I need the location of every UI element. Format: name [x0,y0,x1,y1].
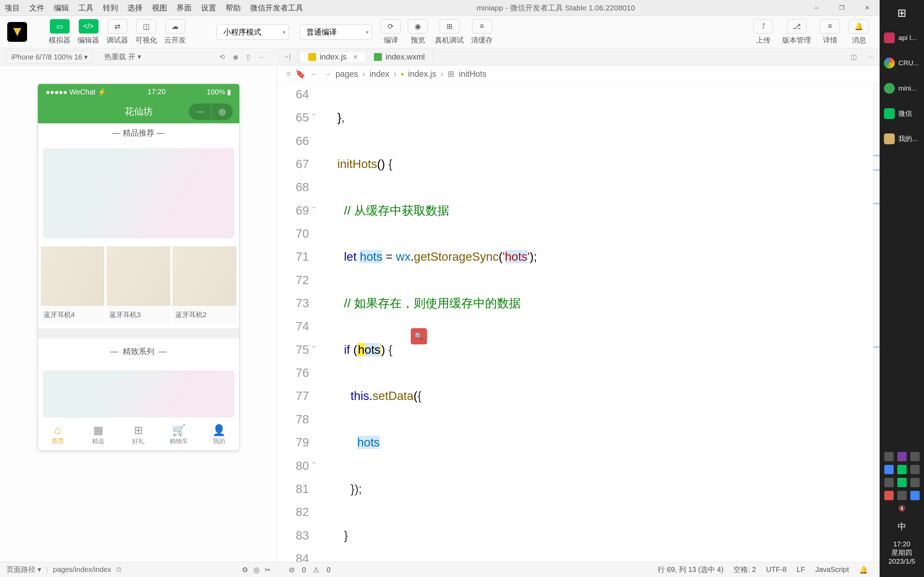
editor-tab-bar: →| index.js × index.wxml ◫ ⋯ [277,48,880,66]
debugger-button[interactable]: ⇄调试器 [103,19,132,45]
compile-button[interactable]: ⟳编译 [377,19,404,45]
errors-count[interactable]: ⊘ 0 ⚠ 0 [289,566,336,574]
system-tray[interactable]: 🔇 [880,445,924,517]
task-wechat[interactable]: 微信 [880,101,924,126]
menu-edit[interactable]: 编辑 [49,3,74,13]
hotreload-toggle[interactable]: 热重载 开 ▾ [99,50,146,63]
tabbar-home[interactable]: ⌂首页 [38,418,78,450]
window-title: miniapp - 微信开发者工具 Stable 1.06.2208010 [308,3,804,13]
section-title-fine: — 精致系列 — [38,338,239,365]
menu-file[interactable]: 文件 [24,3,49,13]
more-icon[interactable]: ⋯ [258,53,265,61]
detail-button[interactable]: ≡详情 [816,19,843,45]
menu-devtools[interactable]: 微信开发者工具 [246,3,308,13]
line-gutter: 64 65⌄ 66 67 68 69⌄ 70 71 72 73 74 75⌄ 7… [277,83,317,562]
more-editor-icon[interactable]: ⋯ [862,53,880,61]
menu-bar: 项目 文件 编辑 工具 转到 选择 视图 界面 设置 帮助 微信开发者工具 [0,3,308,13]
tabbar-featured[interactable]: ▦精选 [78,418,118,450]
cursor-position[interactable]: 行 69, 列 13 (选中 4) [657,565,723,574]
stop-icon[interactable]: ◉ [233,53,239,61]
phone-status-bar: ●●●●● WeChat ⚡ 17:20 100% ▮ [38,84,239,100]
language-info[interactable]: JavaScript [815,566,849,574]
version-button[interactable]: ⎇版本管理 [779,19,815,45]
phone-tabbar: ⌂首页 ▦精选 ⊞好礼 🛒购物车 👤我的 [38,417,239,450]
simulator-status: 页面路径 ▾ | pages/index/index ⧉ ⚙ ◎ ✂ [0,562,277,577]
clock[interactable]: 17:20 星期四 2023/1/5 [880,536,924,570]
js-file-icon [308,53,316,61]
task-mini[interactable]: mini... [880,76,924,101]
capsule-close-icon[interactable]: ◎ [212,103,233,120]
menu-goto[interactable]: 转到 [98,3,123,13]
tabbar-mine[interactable]: 👤我的 [199,418,239,450]
titlebar: 项目 文件 编辑 工具 转到 选择 视图 界面 设置 帮助 微信开发者工具 mi… [0,0,880,16]
tab-index-wxml[interactable]: index.wxml [366,52,433,62]
refresh-icon[interactable]: ⟲ [220,53,225,61]
message-button[interactable]: 🔔消息 [845,19,872,45]
toolbar: ▭模拟器 </>编辑器 ⇄调试器 ◫可视化 ☁云开发 小程序模式 普通编译 ⟳编… [0,16,880,48]
menu-ui[interactable]: 界面 [172,3,196,13]
eol-info[interactable]: LF [796,566,805,574]
clear-cache-button[interactable]: ≡清缓存 [467,19,496,45]
device-bar: iPhone 6/7/8 100% 16 ▾ 热重载 开 ▾ ⟲ ◉ ▯ ⋯ [0,48,277,66]
editor-status: ⊘ 0 ⚠ 0 行 69, 列 13 (选中 4) 空格: 2 UTF-8 LF… [277,562,880,577]
wxml-file-icon [374,53,382,61]
phone-frame: ●●●●● WeChat ⚡ 17:20 100% ▮ 花仙坊 ⋯ ◎ — 精品… [37,84,240,451]
encoding-info[interactable]: UTF-8 [766,566,787,574]
page-path: pages/index/index [53,566,111,574]
menu-tool[interactable]: 工具 [74,3,98,13]
ime-indicator[interactable]: 中 [880,517,924,536]
tabbar-cart[interactable]: 🛒购物车 [158,418,199,450]
menu-settings[interactable]: 设置 [196,3,221,13]
tab-index-js[interactable]: index.js × [300,52,366,62]
indent-info[interactable]: 空格: 2 [733,565,756,574]
collapse-icon[interactable]: →| [277,53,296,61]
compile-dropdown[interactable]: 普通编译 [300,24,372,40]
maximize-button[interactable]: ❐ [829,0,855,16]
minimap[interactable] [873,83,880,562]
hero-image-2[interactable] [43,371,234,417]
hero-image[interactable] [43,148,234,239]
close-button[interactable]: ✕ [855,0,880,16]
remote-debug-button[interactable]: ⊞真机调试 [431,19,467,45]
scene-icon[interactable]: ◎ [254,566,260,574]
menu-help[interactable]: 帮助 [221,3,246,13]
product-card[interactable]: 蓝牙耳机3 [107,246,170,324]
tabbar-gift[interactable]: ⊞好礼 [118,418,159,450]
code-editor[interactable]: 64 65⌄ 66 67 68 69⌄ 70 71 72 73 74 75⌄ 7… [277,83,880,562]
section-title-featured: — 精品推荐 — [38,123,239,143]
split-editor-icon[interactable]: ◫ [845,53,862,61]
close-tab-icon[interactable]: × [353,52,358,62]
code-content[interactable]: }, initHots() { // 从缓存中获取数据 let hots = w… [317,83,873,562]
mode-dropdown[interactable]: 小程序模式 [216,24,289,40]
product-card[interactable]: 蓝牙耳机2 [173,246,236,324]
task-folder[interactable]: 我的... [880,126,924,152]
preview-button[interactable]: ◉预览 [404,19,431,45]
windows-taskbar: ⊞ api l... CRU... mini... 微信 我的... 🔇 中 1… [880,0,924,577]
simulator-button[interactable]: ▭模拟器 [45,19,74,45]
device-selector[interactable]: iPhone 6/7/8 100% 16 ▾ [5,50,94,63]
minimize-button[interactable]: ─ [804,0,829,16]
phone-nav-bar: 花仙坊 ⋯ ◎ [38,100,239,123]
upload-button[interactable]: ⤴上传 [750,19,777,45]
menu-view[interactable]: 视图 [147,3,172,13]
capsule-menu-icon[interactable]: ⋯ [189,103,212,120]
page-path-label[interactable]: 页面路径 ▾ [6,565,41,574]
search-icon[interactable]: 🔍 [411,328,427,344]
simulator-pane: ●●●●● WeChat ⚡ 17:20 100% ▮ 花仙坊 ⋯ ◎ — 精品… [0,66,277,562]
cut-icon[interactable]: ✂ [265,566,271,574]
menu-select[interactable]: 选择 [123,3,147,13]
menu-project[interactable]: 项目 [0,3,24,13]
product-card[interactable]: 蓝牙耳机4 [41,246,105,324]
device-icon[interactable]: ▯ [247,53,250,61]
visualize-button[interactable]: ◫可视化 [132,19,161,45]
task-api[interactable]: api l... [880,25,924,50]
start-button[interactable]: ⊞ [880,0,924,25]
cog-icon[interactable]: ⚙ [242,566,248,574]
bell-icon[interactable]: 🔔 [859,566,868,574]
copy-icon[interactable]: ⧉ [116,566,121,574]
cloud-button[interactable]: ☁云开发 [161,19,189,45]
breadcrumb[interactable]: ≡ 🔖 ← → pages› index› ▪index.js› ⊞initHo… [277,66,880,83]
editor-button[interactable]: </>编辑器 [74,19,103,45]
app-logo [7,22,27,42]
task-chrome[interactable]: CRU... [880,50,924,76]
